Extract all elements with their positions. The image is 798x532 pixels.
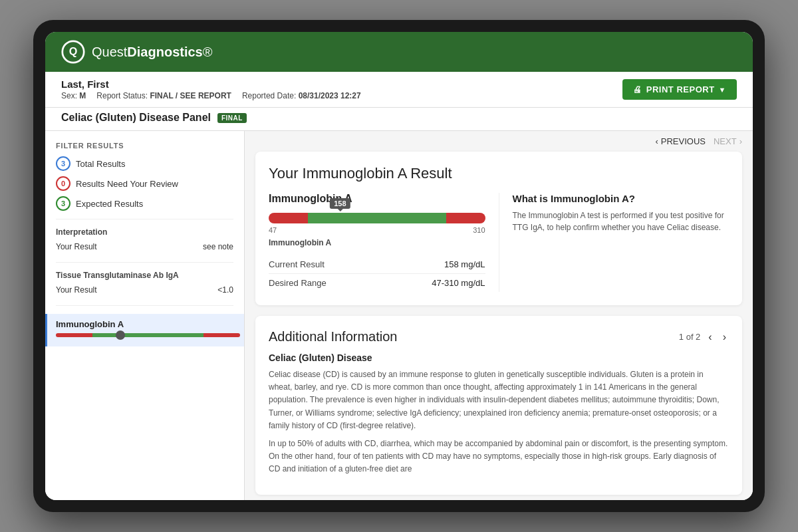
sidebar: FILTER RESULTS 3 Total Results 0 Results…: [45, 131, 245, 500]
total-results-badge: 3: [56, 156, 70, 171]
range-bar: [269, 213, 485, 223]
main-content: FILTER RESULTS 3 Total Results 0 Results…: [45, 131, 753, 500]
chevron-down-icon: ▼: [719, 86, 726, 94]
sidebar-divider-3: [56, 305, 233, 306]
info-card-header: Additional Information 1 of 2 ‹ ›: [269, 329, 729, 344]
printer-icon: 🖨: [633, 84, 642, 94]
logo-text: QuestDiagnostics®: [92, 45, 212, 60]
page-next-button[interactable]: ›: [720, 331, 729, 343]
range-marker: 158: [330, 198, 350, 209]
screen: Q QuestDiagnostics® Last, First Sex: M R…: [45, 32, 753, 500]
previous-label: PREVIOUS: [661, 136, 706, 146]
page-indicator: 1 of 2: [679, 332, 701, 342]
filter-label: FILTER RESULTS: [56, 142, 233, 150]
sidebar-section-interpretation[interactable]: Interpretation Your Result see note: [56, 227, 233, 254]
result-card-body: Immunoglobin A 158 47 310 Immunoglobin A: [269, 193, 729, 292]
desired-range-row: Desired Range 47-310 mg/dL: [269, 274, 485, 292]
range-low: 47: [269, 226, 277, 234]
immunoglobin-slider-track: [56, 333, 240, 337]
immunoglobin-active-label: Immunoglobin A: [56, 319, 240, 329]
result-right: What is Immunoglobin A? The Immunoglobin…: [499, 193, 730, 292]
expected-results-label: Expected Results: [76, 199, 143, 209]
print-button-label: PRINT REPORT: [646, 84, 715, 94]
panel-title: Celiac (Gluten) Disease Panel: [61, 112, 211, 124]
total-results-label: Total Results: [76, 159, 125, 169]
logo: Q QuestDiagnostics®: [61, 40, 212, 64]
reported-date: Reported Date: 08/31/2023 12:27: [242, 91, 361, 100]
device-frame: Q QuestDiagnostics® Last, First Sex: M R…: [33, 20, 765, 512]
range-sub-label: Immunoglobin A: [269, 238, 485, 247]
header-bar: Q QuestDiagnostics®: [45, 32, 753, 72]
interpretation-label: Interpretation: [56, 227, 233, 237]
ttg-result-row: Your Result <1.0: [56, 283, 233, 297]
sidebar-section-immunoglobin-active[interactable]: Immunoglobin A: [45, 314, 244, 346]
info-paragraph-2: In up to 50% of adults with CD, diarrhea…: [269, 438, 729, 476]
info-section-title: Celiac (Gluten) Disease: [269, 352, 729, 363]
final-badge: FINAL: [217, 113, 247, 123]
interpretation-result-value: see note: [203, 242, 233, 251]
next-button[interactable]: NEXT ›: [714, 136, 742, 146]
quest-logo-icon: Q: [61, 40, 85, 64]
ttg-result-value: <1.0: [217, 285, 233, 295]
patient-meta: Sex: M Report Status: FINAL / SEE REPORT…: [61, 91, 361, 100]
range-container: 158 47 310 Immunoglobin A: [269, 213, 485, 247]
desired-range-label: Desired Range: [269, 278, 327, 288]
result-card: Your Immunoglobin A Result Immunoglobin …: [255, 152, 742, 305]
info-paragraph-1: Celiac disease (CD) is caused by an immu…: [269, 368, 729, 432]
result-left: Immunoglobin A 158 47 310 Immunoglobin A: [269, 193, 485, 292]
patient-info-left: Last, First Sex: M Report Status: FINAL …: [61, 78, 361, 100]
print-report-button[interactable]: 🖨 PRINT REPORT ▼: [622, 79, 737, 100]
additional-info-title: Additional Information: [269, 329, 397, 344]
svg-text:Q: Q: [69, 45, 78, 57]
additional-info-card: Additional Information 1 of 2 ‹ › Celiac…: [255, 316, 742, 495]
next-label: NEXT: [714, 136, 737, 146]
desired-range-value: 47-310 mg/dL: [432, 278, 485, 288]
patient-info-bar: Last, First Sex: M Report Status: FINAL …: [45, 72, 753, 108]
pagination: 1 of 2 ‹ ›: [679, 331, 729, 343]
report-status: Report Status: FINAL / SEE REPORT: [96, 91, 231, 100]
current-result-label: Current Result: [269, 259, 325, 269]
patient-sex: Sex: M: [61, 91, 86, 100]
ttg-label: Tissue Transglutaminase Ab IgA: [56, 271, 233, 280]
range-labels: 47 310: [269, 226, 485, 234]
immunoglobin-title: Immunoglobin A: [269, 193, 485, 205]
chevron-right-icon: ›: [739, 136, 742, 146]
filter-expected-results[interactable]: 3 Expected Results: [56, 196, 233, 211]
sidebar-section-ttg[interactable]: Tissue Transglutaminase Ab IgA Your Resu…: [56, 271, 233, 297]
previous-button[interactable]: ‹ PREVIOUS: [655, 136, 706, 146]
navigation-bar: ‹ PREVIOUS NEXT ›: [245, 131, 753, 152]
interpretation-result-row: Your Result see note: [56, 239, 233, 254]
immunoglobin-slider-thumb: [116, 331, 125, 340]
chevron-left-icon: ‹: [655, 136, 658, 146]
panel-title-bar: Celiac (Gluten) Disease Panel FINAL: [45, 108, 753, 131]
what-is-title: What is Immunoglobin A?: [513, 193, 730, 204]
page-prev-button[interactable]: ‹: [706, 331, 714, 343]
current-result-row: Current Result 158 mg/dL: [269, 255, 485, 274]
right-panel: ‹ PREVIOUS NEXT › Your Immunoglobin A Re…: [245, 131, 753, 500]
range-high: 310: [473, 226, 485, 234]
sidebar-divider-2: [56, 262, 233, 263]
filter-needs-review[interactable]: 0 Results Need Your Review: [56, 176, 233, 191]
ttg-result-name: Your Result: [56, 285, 97, 295]
what-is-text: The Immunoglobin A test is performed if …: [513, 209, 730, 233]
current-result-value: 158 mg/dL: [444, 259, 485, 269]
interpretation-result-name: Your Result: [56, 242, 97, 251]
expected-results-badge: 3: [56, 196, 70, 211]
patient-name: Last, First: [61, 78, 361, 90]
needs-review-label: Results Need Your Review: [76, 179, 178, 189]
filter-total-results[interactable]: 3 Total Results: [56, 156, 233, 171]
result-card-title: Your Immunoglobin A Result: [269, 165, 729, 182]
sidebar-divider-1: [56, 219, 233, 219]
needs-review-badge: 0: [56, 176, 70, 191]
